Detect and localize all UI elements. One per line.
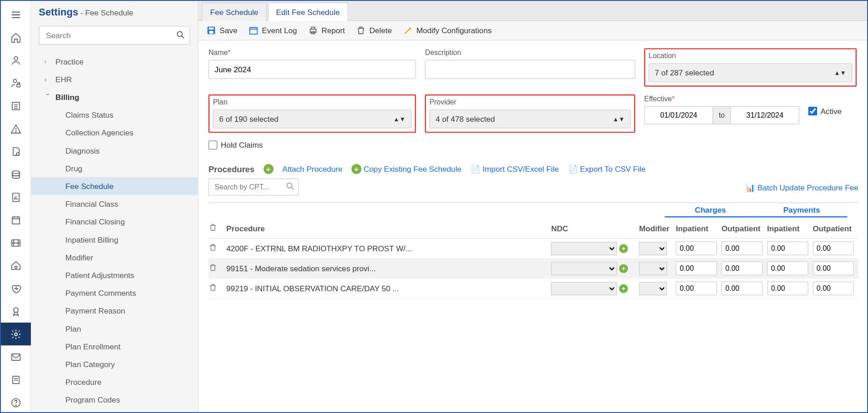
- nav-item-modifier[interactable]: Modifier: [31, 249, 198, 266]
- nav-practice[interactable]: ›Practice: [31, 53, 198, 70]
- delete-row-icon[interactable]: [208, 285, 218, 294]
- home-icon[interactable]: [0, 26, 30, 49]
- name-input[interactable]: [208, 60, 416, 79]
- add-ndc-icon[interactable]: +: [619, 264, 628, 273]
- nav-item-payment-comments[interactable]: Payment Comments: [31, 284, 198, 302]
- nav-item-claims-status[interactable]: Claims Status: [31, 106, 198, 124]
- outpatient-charge-input[interactable]: [721, 281, 763, 295]
- outpatient-payment-input[interactable]: [813, 241, 854, 255]
- nav-item-program-codes[interactable]: Program Codes: [31, 391, 198, 409]
- schedule-icon[interactable]: [0, 209, 30, 231]
- tab-fee-schedule[interactable]: Fee Schedule: [202, 3, 267, 21]
- effective-from-input[interactable]: [644, 106, 713, 124]
- effective-to-input[interactable]: [730, 106, 799, 124]
- outpatient-payment-input[interactable]: [813, 261, 854, 275]
- save-icon: [206, 25, 216, 35]
- nav-item-plan-category[interactable]: Plan Category: [31, 355, 198, 373]
- user-icon[interactable]: [0, 49, 30, 71]
- inpatient-payment-input[interactable]: [767, 241, 808, 255]
- nav-item-financial-class[interactable]: Financial Class: [31, 195, 198, 213]
- outpatient-payment-input[interactable]: [813, 281, 854, 295]
- modifier-select[interactable]: [639, 282, 667, 295]
- save-button[interactable]: Save: [206, 25, 238, 35]
- hold-claims-checkbox[interactable]: [208, 140, 218, 149]
- sidebar-search-input[interactable]: [39, 26, 190, 45]
- svg-point-3: [14, 56, 17, 60]
- search-icon[interactable]: [285, 181, 295, 193]
- nav-item-patient-adjustments[interactable]: Patient Adjustments: [31, 266, 198, 284]
- inpatient-charge-input[interactable]: [676, 261, 717, 275]
- provider-select[interactable]: 4 of 478 selected▲▼: [429, 109, 630, 129]
- nav-billing[interactable]: ›Billing: [31, 88, 198, 106]
- outpatient-charge-input[interactable]: [721, 261, 763, 275]
- add-icon[interactable]: +: [263, 164, 273, 174]
- user-lock-icon[interactable]: [0, 72, 30, 95]
- delete-row-icon[interactable]: [208, 265, 218, 274]
- ndc-select[interactable]: [551, 282, 617, 295]
- list-icon[interactable]: [0, 95, 30, 117]
- settings-icon[interactable]: [0, 323, 30, 345]
- nav-item-financial-closing[interactable]: Financial Closing: [31, 213, 198, 231]
- heart-icon[interactable]: [0, 277, 30, 300]
- inpatient-payment-input[interactable]: [767, 281, 808, 295]
- settings-sidebar: Settings - Fee Schedule ›Practice ›EHR ›…: [31, 1, 198, 413]
- doc-gear-icon[interactable]: [0, 140, 30, 163]
- doc-icon[interactable]: [0, 368, 30, 391]
- modifier-select[interactable]: [639, 242, 667, 255]
- svg-rect-18: [12, 217, 19, 224]
- printer-icon: [308, 25, 318, 35]
- nav-item-payment-reason[interactable]: Payment Reason: [31, 302, 198, 320]
- tab-edit-fee-schedule[interactable]: Edit Fee Schedule: [268, 3, 348, 21]
- mail-icon[interactable]: [0, 345, 30, 368]
- svg-point-45: [287, 183, 292, 188]
- ndc-select[interactable]: [551, 262, 617, 275]
- export-csv-link[interactable]: 📄Export To CSV File: [568, 164, 646, 174]
- import-csv-link[interactable]: 📄Import CSV/Excel File: [471, 164, 559, 174]
- copy-fee-schedule-link[interactable]: +Copy Existing Fee Schedule: [352, 164, 461, 174]
- report-icon[interactable]: [0, 186, 30, 209]
- nav-item-inpatient-billing[interactable]: Inpatient Billing: [31, 231, 198, 249]
- inpatient-charge-input[interactable]: [676, 241, 717, 255]
- active-checkbox[interactable]: [808, 107, 817, 116]
- delete-button[interactable]: Delete: [356, 25, 392, 35]
- outpatient-charge-input[interactable]: [721, 241, 763, 255]
- inpatient-payment-input[interactable]: [767, 261, 808, 275]
- svg-point-28: [14, 333, 17, 335]
- nav-item-diagnosis[interactable]: Diagnosis: [31, 142, 198, 159]
- nav-item-collection-agencies[interactable]: Collection Agencies: [31, 124, 198, 142]
- description-input[interactable]: [425, 60, 635, 79]
- money-icon[interactable]: [0, 163, 30, 185]
- nav-item-plan[interactable]: Plan: [31, 320, 198, 338]
- nav-item-drug[interactable]: Drug: [31, 159, 198, 177]
- location-select[interactable]: 7 of 287 selected▲▼: [649, 63, 852, 82]
- badge-icon[interactable]: [0, 300, 30, 323]
- add-ndc-icon[interactable]: +: [619, 244, 628, 253]
- hold-claims-checkbox-group[interactable]: Hold Claims: [208, 140, 263, 149]
- ndc-select[interactable]: [551, 242, 617, 255]
- menu-icon[interactable]: [0, 3, 30, 26]
- excel-export-icon: 📄: [568, 164, 578, 174]
- eventlog-button[interactable]: Event Log: [248, 25, 297, 35]
- inpatient-charge-input[interactable]: [676, 281, 717, 295]
- attach-procedure-link[interactable]: Attach Procedure: [282, 164, 342, 174]
- film-icon[interactable]: [0, 231, 30, 254]
- warning-icon[interactable]: [0, 117, 30, 140]
- report-button[interactable]: Report: [308, 25, 345, 35]
- batch-update-link[interactable]: 📊Batch Update Procedure Fee: [745, 182, 858, 192]
- home-gear-icon[interactable]: [0, 254, 30, 277]
- add-ndc-icon[interactable]: +: [619, 284, 628, 293]
- modify-config-button[interactable]: Modify Configurations: [403, 25, 491, 35]
- help-icon[interactable]: [0, 391, 30, 413]
- plan-select[interactable]: 6 of 190 selected▲▼: [213, 109, 412, 129]
- nav-item-procedure[interactable]: Procedure: [31, 373, 198, 391]
- tab-bar: Fee Schedule Edit Fee Schedule: [198, 1, 868, 21]
- nav-ehr[interactable]: ›EHR: [31, 70, 198, 88]
- modifier-select[interactable]: [639, 262, 667, 275]
- nav-item-plan-enrollment[interactable]: Plan Enrollment: [31, 338, 198, 355]
- search-icon[interactable]: [176, 30, 186, 42]
- sort-icon: ▲▼: [834, 70, 846, 76]
- delete-row-icon[interactable]: [208, 245, 218, 254]
- active-checkbox-group[interactable]: Active: [808, 107, 858, 116]
- col-modifier: Modifier: [639, 224, 676, 233]
- nav-item-fee-schedule[interactable]: Fee Schedule: [31, 177, 198, 195]
